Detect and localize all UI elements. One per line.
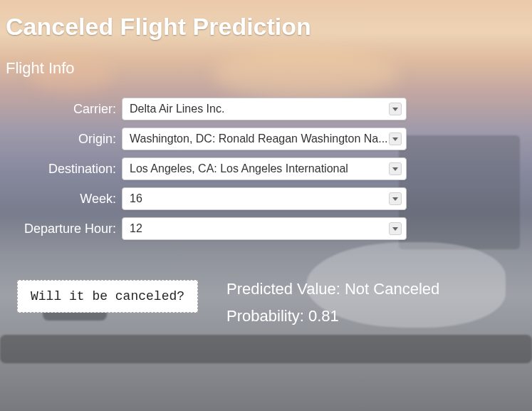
departure-hour-select[interactable]: 12 bbox=[122, 217, 407, 240]
probability-label: Probability: bbox=[226, 307, 308, 325]
probability-line: Probability: 0.81 bbox=[226, 307, 439, 326]
carrier-value: Delta Air Lines Inc. bbox=[130, 103, 224, 115]
results-panel: Predicted Value: Not Canceled Probabilit… bbox=[226, 280, 439, 334]
chevron-down-icon bbox=[389, 103, 402, 115]
destination-value: Los Angeles, CA: Los Angeles Internation… bbox=[130, 162, 348, 175]
origin-label: Origin: bbox=[6, 132, 116, 147]
app-background: Canceled Flight Prediction Flight Info C… bbox=[0, 0, 532, 411]
origin-select[interactable]: Washington, DC: Ronald Reagan Washington… bbox=[122, 128, 407, 150]
week-label: Week: bbox=[6, 192, 116, 207]
origin-value: Washington, DC: Ronald Reagan Washington… bbox=[130, 132, 388, 145]
destination-select[interactable]: Los Angeles, CA: Los Angeles Internation… bbox=[122, 157, 407, 180]
chevron-down-icon bbox=[389, 192, 402, 205]
predicted-value-label: Predicted Value: bbox=[226, 280, 345, 298]
week-select[interactable]: 16 bbox=[122, 187, 407, 210]
chevron-down-icon bbox=[389, 222, 402, 235]
chevron-down-icon bbox=[389, 162, 402, 175]
flight-info-form: Carrier: Delta Air Lines Inc. Origin: Wa… bbox=[6, 98, 526, 240]
departure-hour-label: Departure Hour: bbox=[6, 222, 116, 236]
section-heading: Flight Info bbox=[6, 59, 526, 78]
week-value: 16 bbox=[130, 192, 142, 205]
predicted-value-line: Predicted Value: Not Canceled bbox=[226, 280, 439, 298]
departure-hour-value: 12 bbox=[130, 222, 142, 235]
probability-value: 0.81 bbox=[308, 307, 339, 325]
carrier-select[interactable]: Delta Air Lines Inc. bbox=[122, 98, 407, 120]
predicted-value: Not Canceled bbox=[345, 280, 439, 298]
chevron-down-icon bbox=[389, 132, 402, 145]
carrier-label: Carrier: bbox=[6, 102, 116, 117]
predict-button[interactable]: Will it be canceled? bbox=[17, 280, 198, 313]
page-title: Canceled Flight Prediction bbox=[6, 13, 526, 41]
destination-label: Destination: bbox=[6, 162, 116, 177]
